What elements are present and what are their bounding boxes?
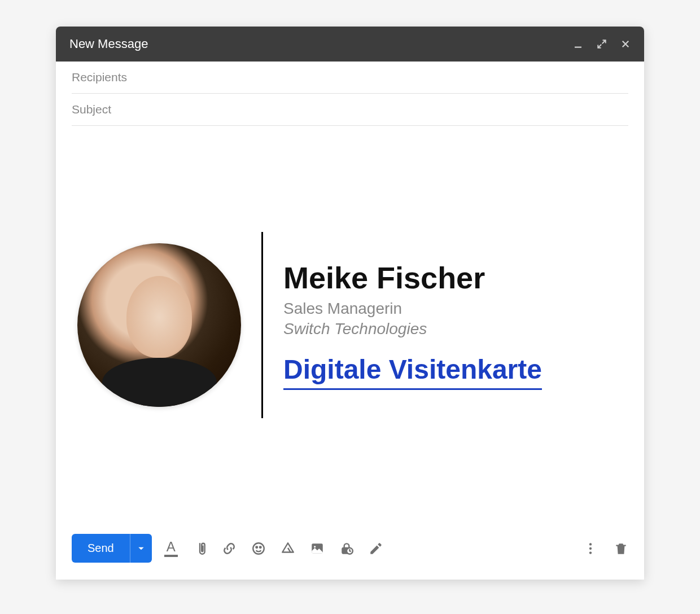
subject-input[interactable] bbox=[72, 103, 628, 116]
font-format-icon[interactable]: A bbox=[164, 540, 178, 557]
avatar bbox=[77, 243, 241, 407]
send-dropdown-button[interactable] bbox=[130, 534, 152, 563]
signature-link[interactable]: Digitale Visitenkarte bbox=[283, 354, 542, 390]
message-body[interactable]: Meike Fischer Sales Managerin Switch Tec… bbox=[56, 126, 644, 524]
signature-text: Meike Fischer Sales Managerin Switch Tec… bbox=[283, 260, 542, 390]
fields-area bbox=[56, 62, 644, 126]
recipients-input[interactable] bbox=[72, 71, 628, 84]
window-header: New Message bbox=[56, 27, 644, 62]
signature-block: Meike Fischer Sales Managerin Switch Tec… bbox=[77, 232, 542, 418]
svg-point-5 bbox=[314, 546, 316, 547]
signature-name: Meike Fischer bbox=[283, 260, 542, 295]
svg-point-10 bbox=[589, 551, 592, 554]
minimize-icon[interactable] bbox=[573, 39, 583, 49]
svg-point-8 bbox=[589, 543, 592, 545]
send-button[interactable]: Send bbox=[72, 534, 130, 563]
trash-icon[interactable] bbox=[614, 541, 628, 556]
signature-divider bbox=[261, 232, 263, 418]
more-icon[interactable] bbox=[583, 541, 598, 556]
close-icon[interactable] bbox=[620, 39, 631, 49]
compose-window: New Message bbox=[56, 27, 644, 580]
subject-row bbox=[72, 94, 628, 126]
expand-icon[interactable] bbox=[597, 39, 607, 49]
formatting-tools: A bbox=[164, 540, 383, 557]
image-icon[interactable] bbox=[310, 541, 325, 556]
link-icon[interactable] bbox=[222, 541, 237, 556]
window-controls bbox=[573, 39, 631, 49]
attach-icon[interactable] bbox=[193, 541, 207, 556]
send-button-group: Send bbox=[72, 534, 152, 563]
svg-rect-0 bbox=[575, 47, 581, 48]
pen-icon[interactable] bbox=[369, 541, 383, 556]
signature-company: Switch Technologies bbox=[283, 320, 542, 338]
svg-point-3 bbox=[260, 546, 261, 548]
window-title: New Message bbox=[69, 37, 148, 51]
toolbar-right bbox=[583, 541, 628, 556]
confidential-icon[interactable] bbox=[339, 541, 354, 556]
recipients-row bbox=[72, 62, 628, 94]
svg-point-2 bbox=[256, 546, 257, 548]
signature-role: Sales Managerin bbox=[283, 300, 542, 318]
svg-point-9 bbox=[589, 547, 592, 549]
drive-icon[interactable] bbox=[281, 541, 295, 556]
svg-point-1 bbox=[253, 543, 264, 554]
emoji-icon[interactable] bbox=[251, 541, 266, 556]
chevron-down-icon bbox=[137, 545, 145, 552]
toolbar: Send A bbox=[56, 524, 644, 580]
